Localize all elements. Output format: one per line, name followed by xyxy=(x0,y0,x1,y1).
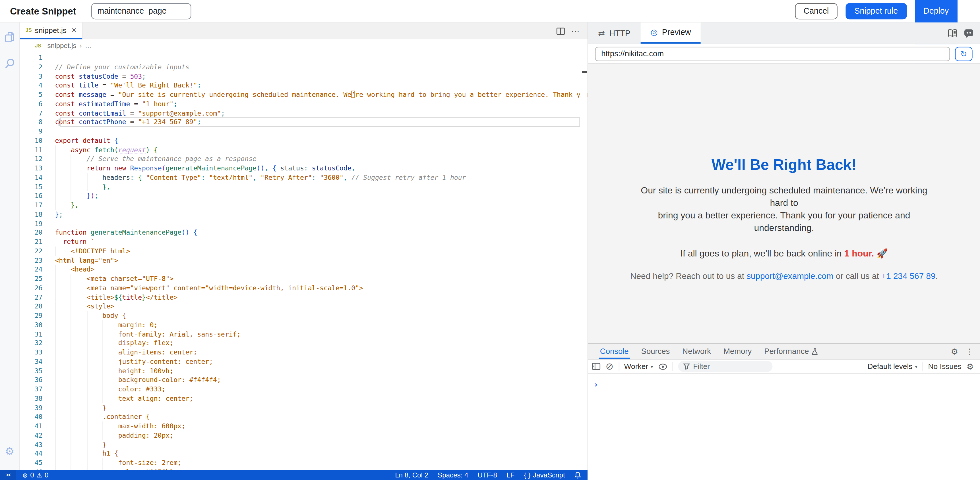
code-line[interactable]: 29body { xyxy=(20,311,587,320)
notifications-bell-icon[interactable] xyxy=(574,471,581,478)
console-sidebar-toggle-icon[interactable] xyxy=(592,363,601,370)
code-line[interactable]: 24<head> xyxy=(20,265,587,274)
code-line[interactable]: 1 xyxy=(20,53,587,62)
code-line[interactable]: 22<!DOCTYPE html> xyxy=(20,247,587,256)
code-line[interactable]: 13return new Response(generateMaintenanc… xyxy=(20,163,587,173)
snippet-rule-button[interactable]: Snippet rule xyxy=(846,3,907,19)
url-input[interactable] xyxy=(595,47,950,61)
remote-indicator[interactable]: >< xyxy=(0,470,16,480)
code-line[interactable]: 33align-items: center; xyxy=(20,348,587,357)
code-line[interactable]: 36background-color: #f4f4f4; xyxy=(20,375,587,384)
code-line[interactable]: 20function generateMaintenancePage() { xyxy=(20,228,587,237)
more-actions-icon[interactable]: ⋯ xyxy=(571,26,580,35)
eol-sequence[interactable]: LF xyxy=(506,471,514,478)
code-line[interactable]: 28<style> xyxy=(20,302,587,311)
code-line[interactable]: 18}; xyxy=(20,210,587,219)
code-line[interactable]: 5const message = "Our site is currently … xyxy=(20,90,587,99)
code-line[interactable]: 3const statusCode = 503; xyxy=(20,71,587,81)
code-token: status xyxy=(280,164,304,171)
code-line[interactable]: 14headers: { "Content-Type": "text/html"… xyxy=(20,173,587,182)
docs-book-icon[interactable] xyxy=(948,29,958,38)
breadcrumb-file[interactable]: snippet.js xyxy=(48,42,76,49)
code-line[interactable]: 17}, xyxy=(20,200,587,209)
live-expression-eye-icon[interactable] xyxy=(658,363,667,370)
breadcrumb[interactable]: JS snippet.js › … xyxy=(20,39,587,52)
code-line[interactable]: 41max-width: 600px; xyxy=(20,421,587,430)
code-line[interactable]: 11async fetch(request) { xyxy=(20,145,587,154)
devtools-tab-performance[interactable]: Performance xyxy=(758,344,824,359)
code-token: 503 xyxy=(130,72,142,79)
devtools-tab-sources[interactable]: Sources xyxy=(635,344,676,359)
code-line[interactable]: 46color: #0056b3; xyxy=(20,467,587,470)
code-line[interactable]: 15}, xyxy=(20,182,587,191)
code-line[interactable]: 39} xyxy=(20,403,587,412)
code-line[interactable]: 44h1 { xyxy=(20,449,587,458)
code-line[interactable]: 31font-family: Arial, sans-serif; xyxy=(20,329,587,338)
devtools-kebab-menu-icon[interactable]: ⋮ xyxy=(966,347,974,356)
console-filter-input[interactable]: Filter xyxy=(678,361,773,372)
code-line[interactable]: 32display: flex; xyxy=(20,339,587,348)
code-editor[interactable]: 12// Define your customizable inputs3con… xyxy=(20,52,587,470)
code-line[interactable]: 25<meta charset="UTF-8"> xyxy=(20,274,587,283)
log-levels-selector[interactable]: Default levels ▾ xyxy=(867,362,918,371)
email-link[interactable]: support@example.com xyxy=(746,271,834,281)
code-line[interactable]: 38text-align: center; xyxy=(20,394,587,403)
code-token: ; xyxy=(59,210,63,217)
split-editor-icon[interactable] xyxy=(556,27,565,35)
discord-chat-icon[interactable] xyxy=(964,29,974,38)
indent-guide xyxy=(71,311,87,320)
code-line[interactable]: 27<title>${title}</title> xyxy=(20,293,587,302)
clear-console-icon[interactable]: ⊘ xyxy=(606,361,614,372)
code-line[interactable]: 42padding: 20px; xyxy=(20,431,587,440)
problems-indicator[interactable]: ⊗ 0 ⚠ 0 xyxy=(22,471,48,478)
cancel-button[interactable]: Cancel xyxy=(795,3,837,19)
indent-guide xyxy=(71,412,87,421)
settings-gear-icon[interactable]: ⚙ xyxy=(2,444,18,459)
console-settings-gear-icon[interactable]: ⚙ xyxy=(966,363,974,371)
code-token: = xyxy=(118,72,130,79)
code-line[interactable]: 12// Serve the maintenance page as a res… xyxy=(20,154,587,163)
code-line[interactable]: 30margin: 0; xyxy=(20,320,587,329)
language-mode[interactable]: { } JavaScript xyxy=(524,471,565,478)
code-line[interactable]: 40.container { xyxy=(20,412,587,421)
snippet-name-input[interactable] xyxy=(91,3,191,19)
context-selector[interactable]: Worker ▾ xyxy=(624,362,653,371)
close-tab-icon[interactable]: × xyxy=(72,26,76,34)
code-line[interactable]: 21 return ` xyxy=(20,237,587,246)
encoding[interactable]: UTF-8 xyxy=(478,471,497,478)
code-line[interactable]: 26<meta name="viewport" content="width=d… xyxy=(20,283,587,292)
code-line[interactable]: 37color: #333; xyxy=(20,385,587,394)
devtools-tab-network[interactable]: Network xyxy=(676,344,717,359)
tab-snippet-js[interactable]: JS snippet.js × xyxy=(20,22,83,39)
code-line[interactable]: 9 xyxy=(20,127,587,136)
code-line[interactable]: 10export default { xyxy=(20,136,587,145)
code-line[interactable]: 2// Define your customizable inputs xyxy=(20,62,587,71)
cursor-position[interactable]: Ln 8, Col 2 xyxy=(395,471,428,478)
code-line[interactable]: 6const estimatedTime = "1 hour"; xyxy=(20,99,587,108)
files-icon[interactable] xyxy=(2,30,18,45)
search-icon[interactable] xyxy=(2,56,18,71)
code-line[interactable]: 7const contactEmail = "support@example.c… xyxy=(20,108,587,117)
code-line[interactable]: 16}); xyxy=(20,191,587,200)
phone-link[interactable]: +1 234 567 89 xyxy=(881,271,935,281)
refresh-button[interactable]: ↻ xyxy=(955,47,973,61)
preview-frame: We'll Be Right Back! Our site is current… xyxy=(588,63,980,344)
code-line[interactable]: 8const contactPhone = "+1 234 567 89"; xyxy=(20,117,587,127)
code-line[interactable]: 35height: 100vh; xyxy=(20,366,587,375)
code-line[interactable]: 43} xyxy=(20,440,587,449)
code-line[interactable]: 23<html lang="en"> xyxy=(20,256,587,265)
no-issues-counter[interactable]: No Issues xyxy=(928,362,961,371)
code-line[interactable]: 19 xyxy=(20,219,587,228)
breadcrumb-more[interactable]: … xyxy=(85,42,92,49)
code-line[interactable]: 34justify-content: center; xyxy=(20,357,587,366)
tab-preview[interactable]: ◎ Preview xyxy=(640,22,701,44)
code-line[interactable]: 45font-size: 2rem; xyxy=(20,458,587,467)
devtools-settings-gear-icon[interactable]: ⚙ xyxy=(951,347,958,356)
indentation[interactable]: Spaces: 4 xyxy=(438,471,468,478)
editor-scrollbar[interactable] xyxy=(581,52,587,470)
tab-http[interactable]: ⇄ HTTP xyxy=(588,22,640,44)
devtools-tab-memory[interactable]: Memory xyxy=(717,344,758,359)
devtools-tab-console[interactable]: Console xyxy=(594,344,635,359)
console-output[interactable]: › xyxy=(588,374,980,480)
code-line[interactable]: 4const title = "We'll Be Right Back!"; xyxy=(20,81,587,90)
